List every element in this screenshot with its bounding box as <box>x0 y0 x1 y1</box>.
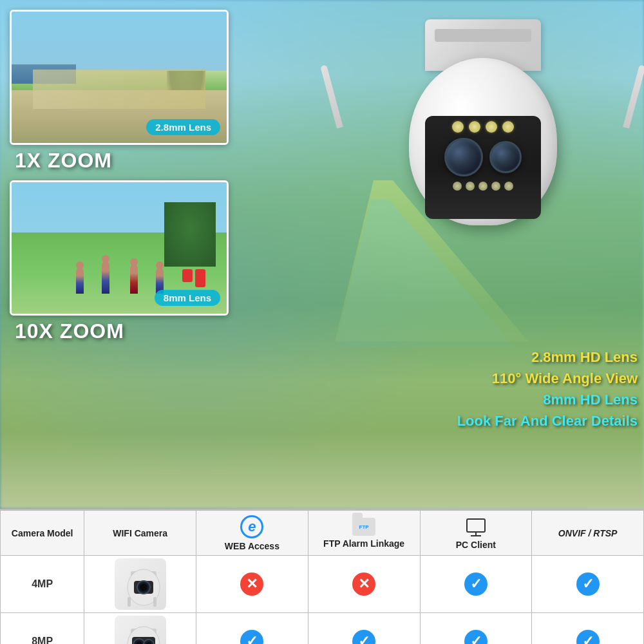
camera-svg-4mp <box>118 562 163 607</box>
table-row-8mp: 8MP <box>1 613 644 645</box>
zoom-1x-label: 1X ZOOM <box>15 149 254 173</box>
pc-icon <box>464 516 488 540</box>
hero-section: 2.8mm Lens 1X ZOOM 8mm Lens <box>0 0 644 509</box>
led-2 <box>469 121 480 133</box>
check-mark-pc-8mp: ✓ <box>464 630 488 644</box>
water-area <box>12 64 76 84</box>
top-leds <box>452 121 514 133</box>
specs-table: Camera Model WIFI Camera WEB Access FTP … <box>0 510 644 644</box>
cell-wifi-4mp <box>84 556 196 613</box>
camera-thumb-inner-8mp <box>115 616 166 644</box>
svg-rect-8 <box>128 597 131 607</box>
annotation-tele-detail: Look Far And Clear Details <box>457 410 638 431</box>
camera-dome <box>409 58 557 225</box>
antenna-right <box>623 64 644 128</box>
header-ftp: FTP FTP Alarm Linkage <box>308 511 420 556</box>
person-3 <box>130 265 138 294</box>
check-mark-web-8mp: ✓ <box>240 630 263 644</box>
annotation-tele-lens: 8mm HD Lens <box>457 389 638 410</box>
lens-1x-badge: 2.8mm Lens <box>146 119 220 135</box>
cell-web-8mp: ✓ <box>196 613 308 645</box>
lens-annotations: 2.8mm HD Lens 110° Wide Angle View 8mm H… <box>457 346 638 431</box>
zoom-10x-screenshot: 8mm Lens <box>10 180 229 316</box>
x-mark-web-4mp: ✕ <box>240 573 263 596</box>
cell-ftp-8mp: ✓ <box>308 613 420 645</box>
zoom-1x-screenshot: 2.8mm Lens <box>10 10 229 145</box>
cell-model-4mp: 4MP <box>1 556 84 613</box>
red-obj-1 <box>182 269 193 282</box>
camera-face <box>425 116 541 219</box>
red-objects <box>182 269 205 287</box>
person-2 <box>102 261 109 294</box>
check-mark-onvif-4mp: ✓ <box>576 573 600 596</box>
bot-led-2 <box>466 182 475 191</box>
cell-pc-8mp: ✓ <box>420 613 532 645</box>
header-onvif: ONVIF / RTSP <box>532 511 644 556</box>
svg-rect-9 <box>153 597 156 607</box>
antenna-left <box>320 64 343 128</box>
ftp-label-inner: FTP <box>359 524 369 529</box>
cell-onvif-4mp: ✓ <box>532 556 644 613</box>
header-web: WEB Access <box>196 511 308 556</box>
check-mark-ftp-8mp: ✓ <box>352 630 375 644</box>
bot-led-3 <box>478 182 488 191</box>
bot-led-4 <box>491 182 500 191</box>
red-obj-2 <box>195 269 205 287</box>
zoom-comparison-panel: 2.8mm Lens 1X ZOOM 8mm Lens <box>10 10 254 351</box>
cell-ftp-4mp: ✕ <box>308 556 420 613</box>
annotation-wide-angle: 110° Wide Angle View <box>457 368 638 389</box>
header-wifi: WIFI Camera <box>84 511 196 556</box>
wide-lens <box>444 138 483 176</box>
camera-thumb-inner-4mp <box>115 558 166 610</box>
svg-rect-0 <box>467 519 485 532</box>
camera-product-image <box>316 19 644 341</box>
svg-point-7 <box>140 583 147 591</box>
pc-icon-wrapper: PC Client <box>426 516 527 550</box>
camera-svg-8mp <box>118 619 163 644</box>
header-model: Camera Model <box>1 511 84 556</box>
specs-table-section: Camera Model WIFI Camera WEB Access FTP … <box>0 509 644 644</box>
header-web-label: WEB Access <box>225 541 279 551</box>
zoom-10x-label: 10X ZOOM <box>15 319 254 343</box>
table-row-4mp: 4MP <box>1 556 644 613</box>
ie-icon <box>240 515 263 538</box>
check-mark-pc-4mp: ✓ <box>464 573 488 596</box>
cell-wifi-8mp <box>84 613 196 645</box>
ftp-folder-icon: FTP <box>352 518 375 536</box>
bottom-leds <box>453 182 513 191</box>
trees-10x <box>164 202 216 267</box>
header-ftp-label: FTP Alarm Linkage <box>323 538 404 549</box>
cell-web-4mp: ✕ <box>196 556 308 613</box>
dual-lens <box>444 138 522 176</box>
person-1 <box>76 268 84 294</box>
check-mark-onvif-8mp: ✓ <box>576 630 600 644</box>
web-access-icon-wrapper: WEB Access <box>202 515 303 551</box>
tele-lens <box>489 141 522 173</box>
cell-pc-4mp: ✓ <box>420 556 532 613</box>
annotation-wide-lens: 2.8mm HD Lens <box>457 346 638 368</box>
cell-onvif-8mp: ✓ <box>532 613 644 645</box>
cell-model-8mp: 8MP <box>1 613 84 645</box>
led-1 <box>452 121 464 133</box>
ftp-icon-wrapper: FTP FTP Alarm Linkage <box>314 518 415 549</box>
x-mark-ftp-4mp: ✕ <box>352 573 375 596</box>
bot-led-1 <box>453 182 462 191</box>
sky-plane <box>12 12 227 71</box>
table-header-row: Camera Model WIFI Camera WEB Access FTP … <box>1 511 644 556</box>
led-3 <box>486 121 497 133</box>
led-4 <box>502 121 514 133</box>
camera-thumb-4mp <box>115 558 166 610</box>
bot-led-5 <box>504 182 513 191</box>
header-pc-label: PC Client <box>456 540 496 550</box>
camera-thumb-8mp <box>115 616 166 644</box>
lens-10x-badge: 8mm Lens <box>155 290 220 306</box>
header-pc: PC Client <box>420 511 532 556</box>
